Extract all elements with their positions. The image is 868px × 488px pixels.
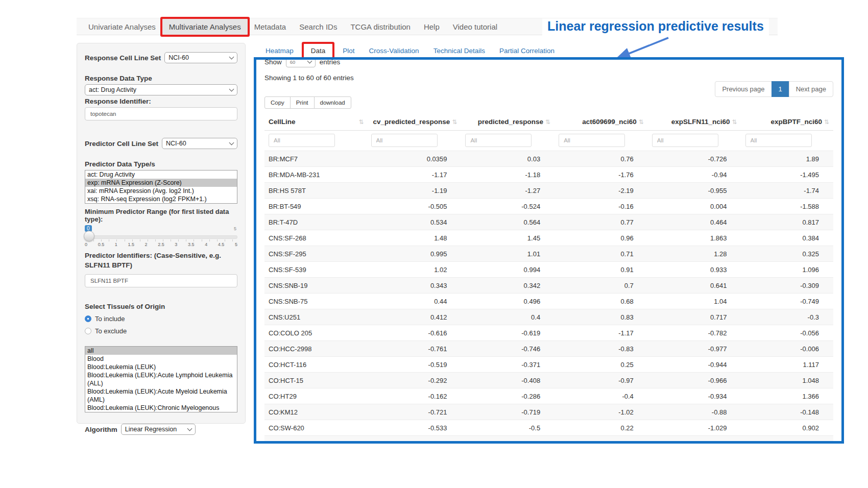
- slider-tickmarks: [86, 239, 236, 241]
- cell-line-name: CO:COLO 205: [264, 325, 367, 341]
- cell-value: 0.384: [741, 230, 834, 246]
- filter-input-expslfn11-nci60[interactable]: [652, 134, 718, 147]
- cell-value: -2.19: [554, 183, 648, 199]
- nav-item-univariate-analyses[interactable]: Univariate Analyses: [82, 19, 162, 35]
- cell-value: -0.746: [461, 341, 554, 357]
- filter-input-cellline[interactable]: [269, 134, 335, 147]
- predictor-identifiers-label: Predictor Identifiers: (Case-Sensitive, …: [85, 251, 237, 270]
- column-header-expslfn11-nci60[interactable]: expSLFN11_nci60⇅: [648, 113, 741, 131]
- column-header-cellline[interactable]: CellLine⇅: [264, 113, 367, 131]
- page-1-button[interactable]: 1: [771, 81, 789, 97]
- download-button[interactable]: download: [314, 96, 351, 109]
- entries-count-value: 60: [290, 59, 296, 65]
- cell-value: -1.17: [554, 325, 648, 341]
- predictor-cell-line-set-select[interactable]: NCI-60: [162, 138, 237, 149]
- predictor-data-type-list[interactable]: act: Drug Activityexp: mRNA Expression (…: [85, 170, 237, 204]
- nav-item-tcga-distribution[interactable]: TCGA distribution: [344, 19, 417, 35]
- table-row: LE:CCRF-CEM1.161.171.141.1951.039: [264, 436, 833, 444]
- table-row: CO:COLO 205-0.616-0.619-1.17-0.782-0.056: [264, 325, 833, 341]
- cell-value: 0.22: [554, 420, 648, 436]
- to-exclude-radio[interactable]: [85, 328, 91, 334]
- tissue-option-blood-leukemia-leuk-acute-lymphoid-leukemia-all[interactable]: Blood:Leukemia (LEUK):Acute Lymphoid Leu…: [85, 371, 237, 387]
- filter-input-cv-predicted-response[interactable]: [371, 134, 438, 147]
- nav-item-video-tutorial[interactable]: Video tutorial: [446, 19, 504, 35]
- cell-value: -1.19: [367, 183, 462, 199]
- column-header-act609699-nci60[interactable]: act609699_nci60⇅: [554, 113, 648, 131]
- nav-item-metadata[interactable]: Metadata: [248, 19, 293, 35]
- algorithm-select[interactable]: Linear Regression: [121, 424, 196, 435]
- slider-tick-label: 0: [85, 242, 87, 247]
- cell-value: 1.45: [461, 230, 554, 246]
- cell-value: 1.01: [461, 246, 554, 262]
- slider-track[interactable]: [85, 235, 237, 239]
- data-type-option-exp-mrna-expression-z-score[interactable]: exp: mRNA Expression (Z-Score): [85, 179, 237, 187]
- cell-value: 0.343: [367, 278, 462, 294]
- cell-value: -1.17: [367, 167, 462, 183]
- data-type-option-xai-mrna-expression-avg-log2-int[interactable]: xai: mRNA Expression (Avg. log2 Int.): [85, 187, 237, 195]
- cell-value: 0.83: [554, 309, 648, 325]
- filter-cell: [741, 131, 834, 151]
- tissue-option-all[interactable]: all: [85, 347, 237, 355]
- tab-cross-validation[interactable]: Cross-Validation: [362, 44, 426, 58]
- cell-value: -0.309: [741, 278, 834, 294]
- cell-value: 1.04: [648, 294, 741, 309]
- cell-value: -0.533: [367, 420, 462, 436]
- column-header-cv-predicted-response[interactable]: cv_predicted_response⇅: [367, 113, 462, 131]
- next-page-button[interactable]: Next page: [789, 81, 833, 97]
- cell-line-name: CO:HCC-2998: [264, 341, 367, 357]
- cell-value: 1.14: [554, 436, 648, 444]
- nav-item-help[interactable]: Help: [417, 19, 446, 35]
- tissue-option-blood-leukemia-leuk-acute-myeloid-leukemia-aml[interactable]: Blood:Leukemia (LEUK):Acute Myeloid Leuk…: [85, 387, 237, 404]
- nav-item-search-ids[interactable]: Search IDs: [293, 19, 344, 35]
- tab-data[interactable]: Data: [304, 44, 333, 58]
- cell-value: 0.68: [554, 294, 648, 309]
- cell-value: 0.25: [554, 357, 648, 373]
- response-cell-line-set-select[interactable]: NCI-60: [164, 52, 237, 63]
- cell-value: -1.74: [741, 183, 834, 199]
- slider-tick-label: 3.5: [188, 242, 195, 247]
- data-type-option-act-drug-activity[interactable]: act: Drug Activity: [85, 170, 237, 179]
- copy-button[interactable]: Copy: [264, 96, 291, 109]
- table-row: CNS:SNB-750.440.4960.681.04-0.749: [264, 294, 833, 309]
- table-row: BR:MCF70.03590.030.76-0.7261.89: [264, 151, 833, 167]
- tab-heatmap[interactable]: Heatmap: [258, 44, 301, 58]
- cell-value: -0.94: [648, 167, 741, 183]
- tissue-option-blood[interactable]: Blood: [85, 355, 237, 363]
- response-data-type-select[interactable]: act: Drug Activity: [85, 84, 237, 95]
- cell-value: -0.719: [461, 404, 554, 420]
- cell-value: 0.325: [741, 246, 834, 262]
- previous-page-button[interactable]: Previous page: [715, 81, 771, 97]
- entries-count-select[interactable]: 60: [286, 57, 316, 67]
- tissue-option-blood-leukemia-leuk-chronic-myelogenous-leukemia-cml[interactable]: Blood:Leukemia (LEUK):Chronic Myelogenou…: [85, 404, 237, 412]
- predictor-identifiers-input[interactable]: [85, 274, 237, 287]
- tissue-option-blood-leukemia-leuk[interactable]: Blood:Leukemia (LEUK): [85, 363, 237, 371]
- filter-input-predicted-response[interactable]: [465, 134, 532, 147]
- data-type-option-xsq-rna-seq-expression-log2-fpkm-1[interactable]: xsq: RNA-seq Expression (log2 FPKM+1.): [85, 195, 237, 203]
- tab-technical-details[interactable]: Technical Details: [426, 44, 492, 58]
- cell-value: 1.117: [741, 357, 834, 373]
- print-button[interactable]: Print: [290, 96, 315, 109]
- cell-value: 1.039: [741, 436, 834, 444]
- column-header-expbptf-nci60[interactable]: expBPTF_nci60⇅: [741, 113, 834, 131]
- pagination: Previous page 1 Next page: [715, 81, 833, 97]
- slider-tick-label: 0.5: [98, 242, 105, 247]
- to-include-radio[interactable]: [85, 315, 91, 322]
- tissue-list[interactable]: allBloodBlood:Leukemia (LEUK)Blood:Leuke…: [85, 346, 237, 412]
- response-identifier-input[interactable]: [85, 107, 237, 120]
- cell-value: -0.148: [741, 404, 834, 420]
- column-header-predicted-response[interactable]: predicted_response⇅: [461, 113, 554, 131]
- filter-input-expbptf-nci60[interactable]: [745, 134, 812, 147]
- filter-input-act609699-nci60[interactable]: [559, 134, 625, 147]
- column-label: act609699_nci60: [582, 118, 637, 126]
- cell-line-name: CNS:U251: [264, 309, 367, 325]
- table-row: CO:HT29-0.162-0.286-0.4-0.9341.366: [264, 388, 833, 404]
- table-header-row: CellLine⇅cv_predicted_response⇅predicted…: [264, 113, 833, 131]
- tab-partial-correlation[interactable]: Partial Correlation: [492, 44, 562, 58]
- min-predictor-range-slider[interactable]: 0 5 00.511.522.533.544.55: [85, 225, 237, 251]
- showing-entries-text: Showing 1 to 60 of 60 entries: [264, 74, 833, 82]
- chevron-down-icon: [229, 55, 234, 60]
- tab-plot[interactable]: Plot: [335, 44, 361, 58]
- nav-item-multivariate-analyses[interactable]: Multivariate Analyses: [162, 19, 248, 35]
- cell-value: 0.76: [554, 151, 648, 167]
- column-label: expSLFN11_nci60: [671, 118, 730, 126]
